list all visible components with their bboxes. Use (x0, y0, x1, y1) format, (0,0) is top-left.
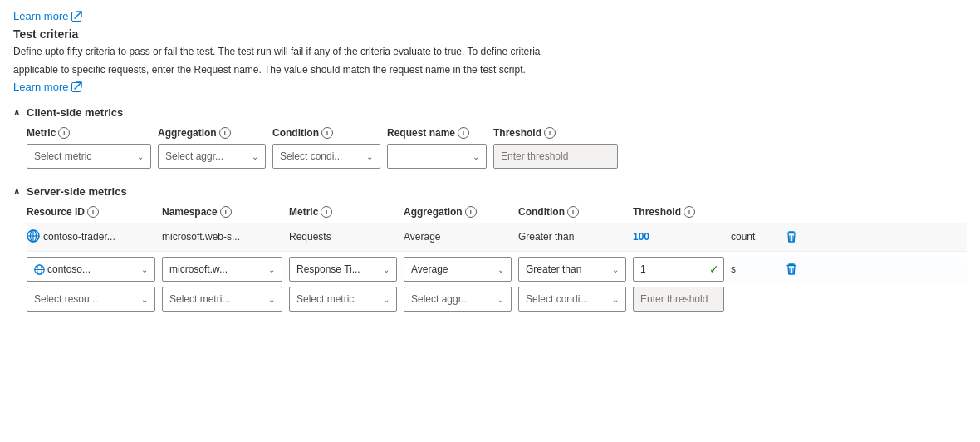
cs-condition-dropdown[interactable]: Select condi... ⌄ (272, 144, 380, 169)
ss-empty-metric-caret: ⌄ (383, 295, 390, 304)
ss-metric-info-icon[interactable]: i (321, 206, 332, 218)
cs-metric-header: Metric i (27, 127, 151, 139)
ss-empty-resourceid-caret: ⌄ (141, 295, 148, 304)
cs-metric-dropdown[interactable]: Select metric ⌄ (27, 144, 151, 169)
ss-edit-metric-dropdown[interactable]: Response Ti... ⌄ (289, 257, 397, 282)
client-side-table: Metric i Aggregation i Condition i Reque… (27, 127, 967, 169)
ss-edit-threshold-field: ✓ (633, 257, 724, 282)
learn-more-top-text: Learn more (13, 10, 68, 22)
ss-static-metric: Requests (289, 224, 397, 249)
ss-static-unit: count (731, 224, 772, 249)
client-side-chevron-icon: ∧ (13, 107, 20, 118)
cs-reqname-info-icon[interactable]: i (458, 127, 469, 139)
server-side-empty-row: Select resou... ⌄ Select metri... ⌄ Sele… (27, 287, 967, 312)
ss-edit-condition-dropdown[interactable]: Greater than ⌄ (518, 257, 626, 282)
cs-aggregation-header: Aggregation i (158, 127, 266, 139)
ss-static-delete-icon[interactable] (779, 224, 804, 249)
ss-static-delete[interactable] (779, 224, 809, 249)
client-side-section-title: Client-side metrics (27, 106, 123, 119)
client-side-section: ∧ Client-side metrics Metric i Aggregati… (13, 106, 967, 169)
ss-empty-resourceid-dropdown[interactable]: Select resou... ⌄ (27, 287, 155, 312)
server-side-section: ∧ Server-side metrics Resource ID i Name… (13, 185, 967, 312)
cs-threshold-header: Threshold i (493, 127, 618, 139)
server-side-section-title: Server-side metrics (27, 185, 127, 198)
ss-empty-metric-dropdown[interactable]: Select metric ⌄ (289, 287, 397, 312)
ss-static-namespace: microsoft.web-s... (162, 224, 282, 249)
learn-more-top-link[interactable]: Learn more (13, 10, 81, 22)
cs-metric-caret: ⌄ (137, 152, 144, 161)
globe-icon (27, 229, 40, 245)
cs-aggregation-dropdown[interactable]: Select aggr... ⌄ (158, 144, 266, 169)
ss-edit-threshold-check-icon: ✓ (709, 263, 719, 276)
cs-reqname-caret: ⌄ (473, 152, 479, 161)
ss-edit-namespace-caret: ⌄ (268, 265, 275, 274)
cs-reqname-dropdown[interactable]: ⌄ (387, 144, 487, 169)
server-side-table: Resource ID i Namespace i Metric i Aggre… (27, 206, 967, 312)
cs-reqname-header: Request name i (387, 127, 487, 139)
server-side-header-row: Resource ID i Namespace i Metric i Aggre… (27, 206, 967, 218)
ss-resourceid-info-icon[interactable]: i (87, 206, 99, 218)
ss-condition-header: Condition i (518, 206, 626, 218)
server-side-chevron-icon: ∧ (13, 186, 20, 197)
ss-namespace-header: Namespace i (162, 206, 282, 218)
cs-condition-header: Condition i (272, 127, 380, 139)
ss-static-threshold: 100 (633, 224, 724, 249)
ss-resourceid-header: Resource ID i (27, 206, 155, 218)
cs-threshold-info-icon[interactable]: i (544, 127, 556, 139)
ss-edit-delete-icon[interactable] (779, 257, 804, 282)
ss-static-aggregation: Average (404, 224, 512, 249)
ss-empty-namespace-dropdown[interactable]: Select metri... ⌄ (162, 287, 282, 312)
ss-edit-delete[interactable] (779, 257, 809, 282)
ss-aggregation-info-icon[interactable]: i (465, 206, 477, 218)
cs-condition-caret: ⌄ (366, 152, 373, 161)
ss-edit-unit: s (731, 257, 772, 282)
server-side-section-header[interactable]: ∧ Server-side metrics (13, 185, 967, 198)
learn-more-bottom-text: Learn more (13, 81, 68, 93)
ss-static-resourceid: contoso-trader... (27, 224, 155, 249)
ss-empty-condition-caret: ⌄ (612, 295, 619, 304)
ss-edit-resourceid-dropdown[interactable]: contoso... ⌄ (27, 257, 155, 282)
page-title: Test criteria (13, 27, 967, 41)
ss-aggregation-header: Aggregation i (404, 206, 512, 218)
ss-edit-aggregation-dropdown[interactable]: Average ⌄ (404, 257, 512, 282)
ss-metric-header: Metric i (289, 206, 397, 218)
ss-empty-condition-dropdown[interactable]: Select condi... ⌄ (518, 287, 626, 312)
ss-namespace-info-icon[interactable]: i (220, 206, 232, 218)
client-side-section-header[interactable]: ∧ Client-side metrics (13, 106, 967, 119)
ss-edit-namespace-dropdown[interactable]: microsoft.w... ⌄ (162, 257, 282, 282)
ss-empty-aggregation-caret: ⌄ (497, 295, 504, 304)
ss-empty-aggregation-dropdown[interactable]: Select aggr... ⌄ (404, 287, 512, 312)
client-side-header-row: Metric i Aggregation i Condition i Reque… (27, 127, 967, 139)
ss-empty-threshold-input[interactable] (633, 287, 724, 312)
ss-edit-condition-caret: ⌄ (612, 265, 619, 274)
server-side-editable-row: contoso... ⌄ microsoft.w... ⌄ Response T… (27, 257, 967, 282)
cs-condition-info-icon[interactable]: i (321, 127, 333, 139)
ss-empty-namespace-caret: ⌄ (268, 295, 275, 304)
external-link-top-icon (71, 12, 81, 22)
ss-edit-aggregation-caret: ⌄ (497, 265, 504, 274)
cs-metric-info-icon[interactable]: i (58, 127, 70, 139)
ss-edit-resourceid-caret: ⌄ (141, 265, 148, 274)
description-line2: applicable to specific requests, enter t… (13, 62, 761, 77)
description-line1: Define upto fifty criteria to pass or fa… (13, 44, 761, 59)
ss-condition-info-icon[interactable]: i (567, 206, 579, 218)
cs-aggregation-info-icon[interactable]: i (219, 127, 231, 139)
ss-edit-metric-caret: ⌄ (383, 265, 390, 274)
learn-more-bottom-link[interactable]: Learn more (13, 81, 81, 93)
cs-aggregation-caret: ⌄ (252, 152, 258, 161)
cs-threshold-input[interactable] (493, 144, 618, 169)
server-side-static-row: contoso-trader... microsoft.web-s... Req… (27, 223, 967, 252)
ss-threshold-header: Threshold i (633, 206, 724, 218)
ss-threshold-info-icon[interactable]: i (684, 206, 695, 218)
external-link-bottom-icon (71, 82, 81, 92)
ss-static-condition: Greater than (518, 224, 626, 249)
client-side-empty-row: Select metric ⌄ Select aggr... ⌄ Select … (27, 144, 967, 169)
